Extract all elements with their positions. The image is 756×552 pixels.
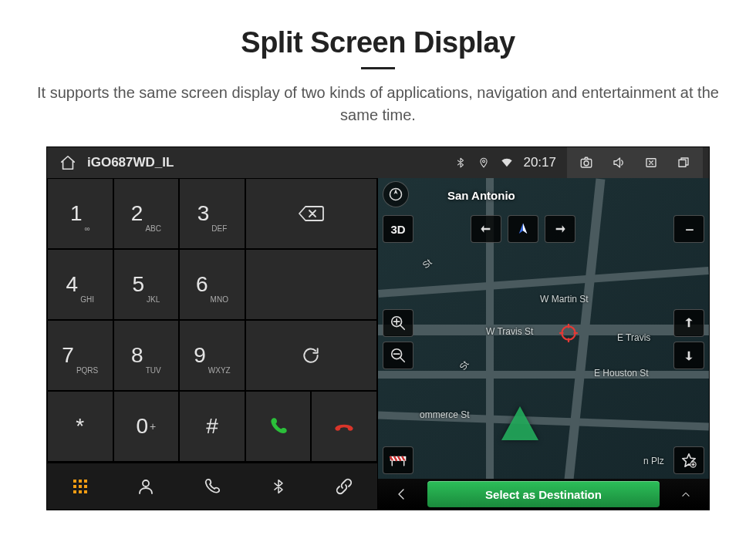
status-time: 20:17 [523, 155, 556, 170]
map-panel[interactable]: San Antonio St W Martin St W Travis St E… [378, 178, 709, 510]
location-pin-icon [472, 147, 495, 178]
star-favorite-icon[interactable] [673, 446, 704, 474]
key-hash[interactable]: # [179, 391, 245, 462]
north-arrow-icon[interactable] [508, 215, 538, 243]
key-8[interactable]: 8TUV [113, 320, 180, 391]
arrow-down-icon[interactable] [673, 342, 704, 369]
system-bar [567, 147, 703, 178]
map-more-button[interactable] [663, 479, 709, 510]
key-empty-1 [245, 249, 377, 320]
arrow-left-icon[interactable] [471, 215, 501, 243]
svg-point-0 [483, 160, 485, 163]
map-heading-arrow [501, 406, 538, 440]
key-refresh[interactable] [245, 320, 377, 391]
page-title: Split Screen Display [15, 26, 741, 59]
dialer-panel: 1∞ 2ABC 3DEF 4GHI 5JKL 6MNO 7PQRS 8TUV 9… [47, 178, 378, 510]
svg-rect-8 [73, 485, 76, 488]
map-target-icon [559, 323, 579, 343]
key-3[interactable]: 3DEF [179, 178, 245, 249]
tab-link[interactable] [311, 463, 377, 510]
compass-icon[interactable] [383, 181, 409, 207]
key-1[interactable]: 1∞ [47, 178, 113, 249]
close-app-icon[interactable] [635, 147, 667, 178]
svg-rect-12 [79, 490, 82, 493]
map-dashes-button[interactable]: -- [673, 215, 704, 243]
tab-dialpad[interactable] [47, 463, 113, 510]
key-star[interactable]: * [47, 391, 113, 462]
svg-rect-10 [84, 485, 87, 488]
key-5[interactable]: 5JKL [113, 249, 180, 320]
title-underline [361, 67, 395, 69]
svg-rect-11 [73, 490, 76, 493]
street-label: W Travis St [486, 326, 533, 337]
zoom-in-icon[interactable] [383, 309, 413, 337]
map-bottom-bar: Select as Destination [378, 479, 709, 510]
tab-bluetooth[interactable] [245, 463, 312, 510]
device-screenshot: iGO687WD_IL 20:17 [46, 146, 710, 510]
tab-recent-calls[interactable] [179, 463, 245, 510]
key-end-call[interactable] [311, 391, 377, 462]
key-backspace[interactable] [245, 178, 377, 249]
status-bar: iGO687WD_IL 20:17 [47, 147, 709, 178]
road-barrier-icon[interactable] [383, 446, 413, 474]
app-title: iGO687WD_IL [87, 155, 174, 170]
wifi-icon [495, 147, 518, 178]
map-back-button[interactable] [378, 479, 424, 510]
svg-point-2 [584, 161, 589, 166]
key-4[interactable]: 4GHI [47, 249, 113, 320]
key-2[interactable]: 2ABC [113, 178, 180, 249]
street-label: W Martin St [540, 294, 589, 305]
street-label: E Houston St [594, 368, 649, 379]
key-7[interactable]: 7PQRS [47, 320, 113, 391]
bluetooth-icon [449, 147, 472, 178]
dialer-tab-bar [47, 462, 377, 510]
map-3d-button[interactable]: 3D [383, 215, 413, 243]
select-destination-button[interactable]: Select as Destination [427, 481, 660, 507]
key-call[interactable] [245, 391, 312, 462]
arrow-up-icon[interactable] [673, 309, 704, 337]
svg-point-15 [562, 326, 575, 339]
arrow-right-icon[interactable] [545, 215, 575, 243]
svg-rect-1 [581, 160, 592, 168]
svg-point-14 [143, 480, 149, 486]
dial-pad: 1∞ 2ABC 3DEF 4GHI 5JKL 6MNO 7PQRS 8TUV 9… [47, 178, 377, 462]
key-0[interactable]: 0+ [113, 391, 180, 462]
svg-rect-13 [84, 490, 87, 493]
page-subtitle: It supports the same screen display of t… [23, 82, 733, 126]
city-label: San Antonio [447, 189, 515, 202]
tab-contacts[interactable] [113, 463, 180, 510]
camera-icon[interactable] [570, 147, 602, 178]
svg-rect-5 [73, 480, 76, 483]
svg-rect-7 [84, 480, 87, 483]
home-icon[interactable] [53, 154, 83, 171]
svg-rect-6 [79, 480, 82, 483]
street-label: E Travis [617, 332, 650, 343]
volume-icon[interactable] [602, 147, 635, 178]
key-9[interactable]: 9WXYZ [179, 320, 245, 391]
street-label: n Plz [643, 456, 664, 466]
svg-rect-9 [79, 485, 82, 488]
key-6[interactable]: 6MNO [179, 249, 245, 320]
svg-rect-4 [679, 160, 686, 167]
recent-apps-icon[interactable] [667, 147, 700, 178]
zoom-out-icon[interactable] [383, 342, 413, 369]
street-label: ommerce St [420, 409, 470, 420]
